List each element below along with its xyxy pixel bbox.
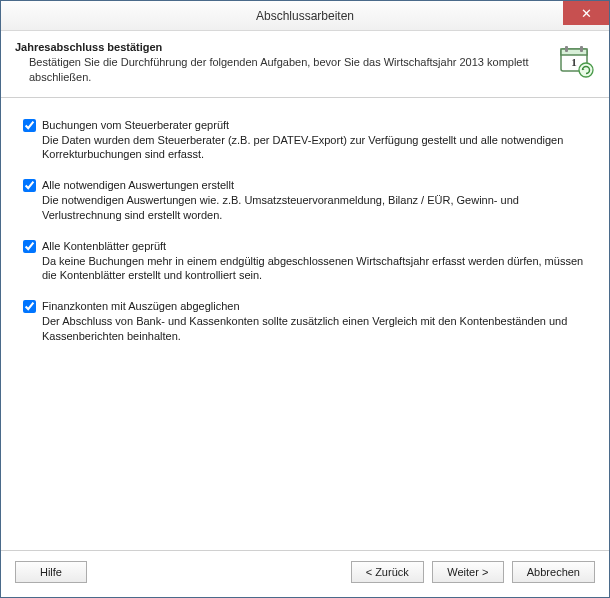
header-subtitle: Bestätigen Sie die Durchführung der folg… xyxy=(15,55,551,85)
close-button[interactable]: ✕ xyxy=(563,1,609,25)
task-title: Buchungen vom Steuerberater geprüft xyxy=(42,118,587,133)
task-desc: Da keine Buchungen mehr in einem endgült… xyxy=(42,254,587,284)
task-body: Buchungen vom Steuerberater geprüft Die … xyxy=(42,118,587,163)
task-desc: Der Abschluss von Bank- und Kassenkonten… xyxy=(42,314,587,344)
next-button[interactable]: Weiter > xyxy=(432,561,504,583)
task-desc: Die notwendigen Auswertungen wie. z.B. U… xyxy=(42,193,587,223)
task-item: Alle notwendigen Auswertungen erstellt D… xyxy=(23,178,587,223)
header-title: Jahresabschluss bestätigen xyxy=(15,41,551,53)
titlebar: Abschlussarbeiten ✕ xyxy=(1,1,609,31)
wizard-header: Jahresabschluss bestätigen Bestätigen Si… xyxy=(1,31,609,98)
back-button[interactable]: < Zurück xyxy=(351,561,424,583)
task-title: Finanzkonten mit Auszügen abgeglichen xyxy=(42,299,587,314)
task-checkbox-steuerberater[interactable] xyxy=(23,119,36,132)
task-body: Alle Kontenblätter geprüft Da keine Buch… xyxy=(42,239,587,284)
svg-rect-1 xyxy=(561,49,587,55)
svg-text:1: 1 xyxy=(571,56,577,68)
svg-point-5 xyxy=(579,63,593,77)
task-item: Buchungen vom Steuerberater geprüft Die … xyxy=(23,118,587,163)
task-body: Finanzkonten mit Auszügen abgeglichen De… xyxy=(42,299,587,344)
window: Abschlussarbeiten ✕ Jahresabschluss best… xyxy=(0,0,610,598)
task-list: Buchungen vom Steuerberater geprüft Die … xyxy=(1,98,609,550)
cancel-button[interactable]: Abbrechen xyxy=(512,561,595,583)
task-checkbox-auswertungen[interactable] xyxy=(23,179,36,192)
footer-right: < Zurück Weiter > Abbrechen xyxy=(351,561,595,583)
task-title: Alle Kontenblätter geprüft xyxy=(42,239,587,254)
task-checkbox-finanzkonten[interactable] xyxy=(23,300,36,313)
task-desc: Die Daten wurden dem Steuerberater (z.B.… xyxy=(42,133,587,163)
task-checkbox-kontenblaetter[interactable] xyxy=(23,240,36,253)
window-title: Abschlussarbeiten xyxy=(1,9,609,23)
svg-rect-3 xyxy=(580,46,583,52)
header-text: Jahresabschluss bestätigen Bestätigen Si… xyxy=(15,41,551,85)
task-title: Alle notwendigen Auswertungen erstellt xyxy=(42,178,587,193)
svg-rect-2 xyxy=(565,46,568,52)
task-item: Finanzkonten mit Auszügen abgeglichen De… xyxy=(23,299,587,344)
task-body: Alle notwendigen Auswertungen erstellt D… xyxy=(42,178,587,223)
task-item: Alle Kontenblätter geprüft Da keine Buch… xyxy=(23,239,587,284)
close-icon: ✕ xyxy=(581,7,592,20)
help-button[interactable]: Hilfe xyxy=(15,561,87,583)
calendar-refresh-icon: 1 xyxy=(559,43,595,79)
wizard-footer: Hilfe < Zurück Weiter > Abbrechen xyxy=(1,550,609,597)
